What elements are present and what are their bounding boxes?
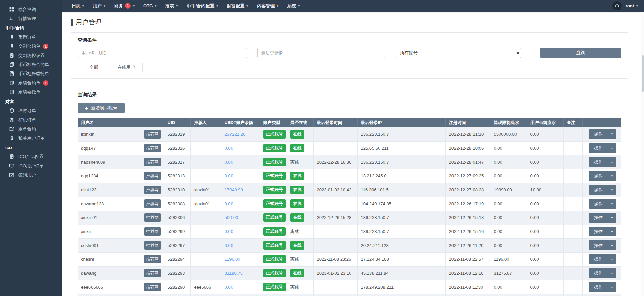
nav-item-label: 日志: [72, 3, 80, 9]
chevron-down-icon: ▾: [608, 213, 616, 223]
action-button[interactable]: 操作▾: [589, 240, 616, 250]
nav-item-label: 用户: [93, 3, 102, 9]
referral-badge[interactable]: 推荐网: [144, 130, 161, 139]
sidebar-item-12[interactable]: 理财订单: [0, 106, 62, 115]
support-avatar-button[interactable]: [612, 1, 622, 10]
column-header: 用户当前流水: [527, 118, 563, 127]
chevron-down-icon: ▾: [608, 282, 616, 292]
chevron-down-icon: ▾: [298, 4, 300, 8]
withdraw-limit-cell: 5500000.00: [490, 127, 527, 141]
balance-link[interactable]: 237221.26: [225, 132, 245, 137]
nav-item-6[interactable]: 币币/合约配置▾: [182, 0, 223, 12]
referral-badge[interactable]: 推荐网: [144, 199, 161, 208]
user-menu[interactable]: root ▾: [626, 3, 638, 8]
sidebar-item-4[interactable]: 币币订单: [0, 33, 62, 42]
query-button[interactable]: 查询: [540, 48, 621, 58]
balance-link[interactable]: 1196.00: [225, 257, 240, 262]
tab-2[interactable]: 在线用户: [110, 63, 143, 72]
nav-item-4[interactable]: OTC▾: [139, 0, 161, 12]
referrer-cell: [190, 155, 221, 169]
column-header: 备注: [563, 118, 582, 127]
account-type-select[interactable]: 所有账号: [396, 48, 521, 58]
online-badge: 在线: [290, 130, 304, 139]
chevron-down-icon: ▾: [608, 268, 616, 278]
balance-link[interactable]: 0.00: [225, 160, 233, 165]
current-flow-cell: 10.00: [527, 183, 563, 197]
sidebar-item-7[interactable]: 币币杠杆合约单: [0, 60, 62, 69]
action-button[interactable]: 操作▾: [589, 199, 616, 209]
current-flow-cell: 0.00: [527, 169, 563, 183]
sidebar-item-10[interactable]: 永续委托单: [0, 87, 62, 97]
referral-badge[interactable]: 推荐网: [144, 172, 161, 180]
referral-badge[interactable]: 推荐网: [144, 269, 161, 277]
action-button[interactable]: 操作▾: [589, 143, 616, 153]
action-button[interactable]: 操作▾: [589, 171, 616, 181]
remark-cell: [563, 155, 582, 169]
action-button[interactable]: 操作▾: [589, 227, 616, 236]
referral-badge[interactable]: 推荐网: [144, 213, 161, 222]
tab-1[interactable]: 全部: [78, 63, 110, 72]
last-login-ip-input[interactable]: [257, 48, 385, 58]
referral-badge[interactable]: 推荐网: [144, 283, 161, 291]
nav-item-5[interactable]: 报表▾: [161, 0, 182, 12]
referral-badge[interactable]: 推荐网: [144, 186, 161, 194]
chevron-down-icon: ▾: [608, 143, 616, 153]
referrer-cell: [190, 141, 221, 155]
action-button[interactable]: 操作▾: [589, 268, 616, 278]
sidebar-item-2[interactable]: 行情管理: [0, 14, 62, 23]
balance-link[interactable]: 17948.90: [225, 187, 243, 192]
sidebar-item-label: ICO用户订单: [18, 163, 44, 169]
referral-badge[interactable]: 推荐网: [144, 227, 161, 236]
nav-item-1[interactable]: 日志▾: [67, 0, 88, 12]
action-button[interactable]: 操作▾: [589, 129, 616, 139]
balance-link[interactable]: 0.00: [225, 201, 233, 206]
balance-link[interactable]: 0.00: [225, 173, 233, 178]
sidebar-item-18[interactable]: ICO用户订单: [0, 161, 62, 170]
nav-item-3[interactable]: 财务1▾: [110, 0, 139, 12]
sidebar-item-17[interactable]: ICO产品配置: [0, 152, 62, 161]
balance-link[interactable]: 0.00: [225, 284, 233, 290]
action-button[interactable]: 操作▾: [589, 282, 616, 292]
action-button[interactable]: 操作▾: [589, 254, 616, 264]
username-uid-input[interactable]: [78, 48, 247, 58]
add-demo-account-button[interactable]: + 新增演示账号: [78, 103, 125, 113]
actions-cell: 操作▾: [582, 238, 621, 252]
sidebar-item-1[interactable]: 综合查询: [0, 5, 62, 14]
action-button[interactable]: 操作▾: [589, 213, 616, 223]
action-button-label: 操作: [589, 268, 608, 278]
sidebar-item-14[interactable]: 跟单合约: [0, 124, 62, 133]
action-button[interactable]: 操作▾: [589, 185, 616, 195]
balance-link[interactable]: 0.00: [225, 243, 233, 248]
referral-badge[interactable]: 推荐网: [144, 158, 161, 166]
referral-badge[interactable]: 推荐网: [144, 255, 161, 263]
scrollbar-thumb[interactable]: [642, 55, 644, 92]
action-button[interactable]: 操作▾: [589, 157, 616, 167]
balance-link[interactable]: 0.00: [225, 229, 233, 234]
table-row: xinxin推荐网52822990.00正式账号离线136.228.150.72…: [78, 225, 621, 238]
remark-cell: [563, 141, 582, 155]
balance-link[interactable]: 31180.75: [225, 271, 243, 276]
sidebar-item-8[interactable]: 币币杠杆委托单: [0, 69, 62, 78]
sidebar-section-label: 币币/合约: [0, 24, 62, 33]
referral-badge[interactable]: 推荐网: [144, 144, 161, 152]
balance-link[interactable]: 500.00: [225, 215, 238, 220]
sidebar-item-15[interactable]: $私募用户订单: [0, 133, 62, 143]
sidebar-item-6[interactable]: 交割场控设置: [0, 51, 62, 60]
sidebar-item-9[interactable]: 永续合约单1: [0, 78, 62, 87]
sidebar-item-5[interactable]: 交割合约单1: [0, 42, 62, 51]
nav-item-9[interactable]: 系统▾: [283, 0, 304, 12]
nav-item-7[interactable]: 财富配置▾: [222, 0, 253, 12]
sidebar-item-label: 币币订单: [18, 34, 36, 40]
last-login-ip-cell: 136.228.150.7: [357, 127, 445, 141]
sidebar-item-label: 币币杠杆合约单: [18, 62, 49, 68]
sidebar: 综合查询行情管理币币/合约币币订单交割合约单1交割场控设置币币杠杆合约单币币杠杆…: [0, 0, 62, 296]
sidebar-item-13[interactable]: 矿机订单: [0, 115, 62, 124]
referral-badge[interactable]: 推荐网: [144, 241, 161, 250]
nav-item-2[interactable]: 用户▾: [88, 0, 110, 12]
sidebar-item-19[interactable]: 签到用户: [0, 170, 62, 179]
balance-link[interactable]: 0.00: [225, 146, 233, 151]
referrer-cell: xinxin01: [190, 183, 221, 197]
chevron-down-icon: ▾: [277, 4, 278, 8]
last-login-time-cell: 2022-11-08 23:26: [313, 252, 357, 266]
nav-item-8[interactable]: 内容管理▾: [253, 0, 283, 12]
